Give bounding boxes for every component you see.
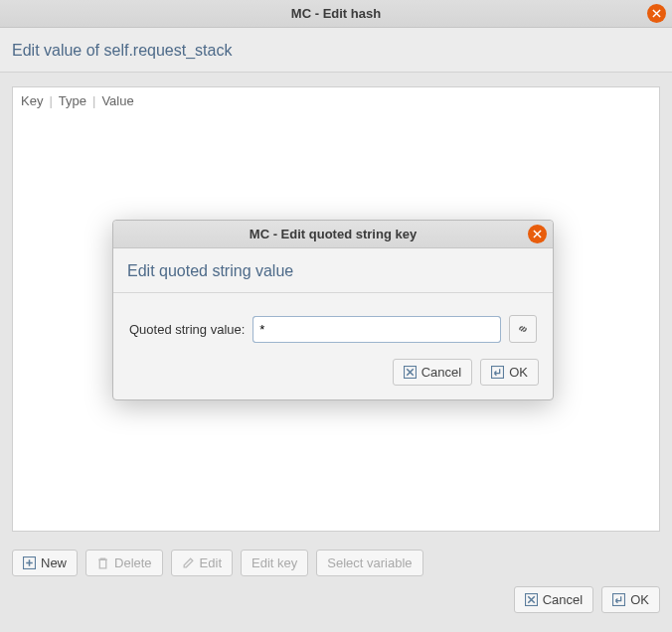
svg-rect-2 [613, 594, 625, 606]
cancel-label: Cancel [543, 592, 583, 607]
modal-body: Quoted string value: [113, 293, 553, 353]
new-button[interactable]: New [12, 550, 78, 576]
modal-titlebar: MC - Edit quoted string key [113, 221, 553, 248]
modal-cancel-label: Cancel [421, 365, 461, 380]
modal-subheader: Edit quoted string value [113, 248, 553, 293]
editkey-button[interactable]: Edit key [241, 550, 308, 576]
plus-icon [23, 556, 36, 569]
modal-title: MC - Edit quoted string key [250, 227, 417, 241]
delete-button[interactable]: Delete [85, 550, 163, 576]
link-button[interactable] [509, 315, 537, 343]
modal-footer: Cancel OK [113, 353, 553, 399]
window-title: MC - Edit hash [291, 6, 381, 21]
ok-label: OK [630, 592, 649, 607]
dialog-footer: Cancel OK [0, 576, 672, 623]
modal-ok-label: OK [509, 365, 528, 380]
selectvariable-button[interactable]: Select variable [316, 550, 422, 576]
ok-return-icon [491, 366, 504, 379]
editkey-label: Edit key [252, 555, 297, 570]
svg-rect-4 [492, 367, 504, 379]
cancel-button[interactable]: Cancel [514, 586, 593, 613]
modal-ok-button[interactable]: OK [480, 359, 539, 386]
modal-close-icon[interactable] [528, 225, 547, 243]
close-icon[interactable] [647, 4, 666, 23]
col-type: Type [59, 93, 86, 108]
cancel-x-icon [525, 593, 538, 606]
link-icon [516, 322, 530, 336]
window-titlebar: MC - Edit hash [0, 0, 672, 28]
delete-label: Delete [114, 555, 152, 570]
quoted-string-input[interactable] [252, 316, 501, 343]
page-subheader: Edit value of self.request_stack [0, 28, 672, 73]
col-key: Key [21, 93, 43, 108]
edit-string-modal: MC - Edit quoted string key Edit quoted … [112, 220, 554, 400]
pencil-icon [182, 556, 195, 569]
trash-icon [96, 556, 109, 569]
toolbar: New Delete Edit Edit key Select variable [0, 540, 672, 576]
cancel-x-icon [404, 366, 417, 379]
quoted-string-label: Quoted string value: [129, 322, 245, 337]
ok-button[interactable]: OK [601, 586, 660, 613]
selectvar-label: Select variable [327, 555, 412, 570]
ok-return-icon [612, 593, 625, 606]
col-value: Value [101, 93, 133, 108]
edit-label: Edit [200, 555, 222, 570]
table-header: Key | Type | Value [21, 93, 651, 108]
edit-button[interactable]: Edit [171, 550, 233, 576]
modal-cancel-button[interactable]: Cancel [393, 359, 472, 386]
new-label: New [41, 555, 67, 570]
